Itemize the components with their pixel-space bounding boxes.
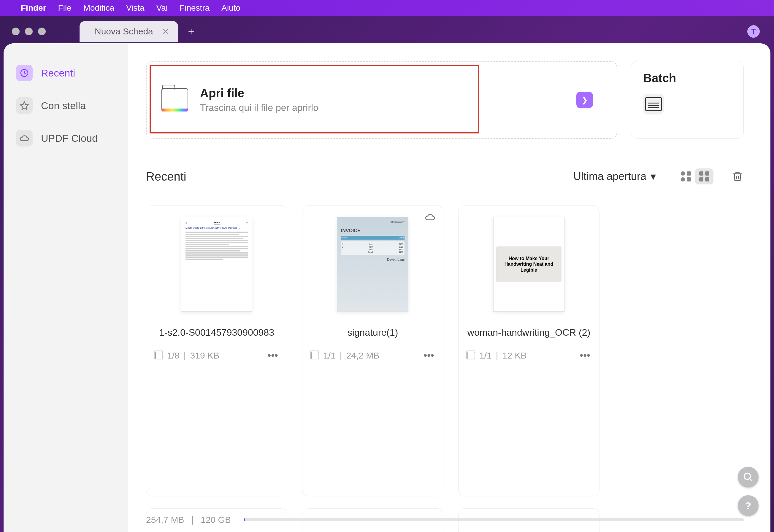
pages-icon: [467, 352, 475, 359]
file-card[interactable]: How to Make Your Handwriting Neat and Le…: [458, 205, 600, 496]
clock-icon: [16, 65, 33, 81]
view-grid-large-button[interactable]: [695, 168, 714, 184]
chevron-right-icon: ❯: [582, 95, 588, 105]
batch-card[interactable]: Batch: [631, 61, 744, 139]
tab-label: Nuova Scheda: [95, 26, 153, 36]
tab-new[interactable]: Nuova Scheda ✕: [79, 21, 178, 42]
sidebar-item-starred[interactable]: Con stella: [14, 94, 118, 117]
window-controls: [12, 28, 46, 35]
new-tab-button[interactable]: ＋: [185, 26, 197, 37]
file-name: 1-s2.0-S001457930900983: [159, 321, 274, 344]
app-window: Nuova Scheda ✕ ＋ T Recenti Con stella: [4, 20, 770, 532]
file-name: woman-handwriting_OCR (2): [467, 321, 590, 344]
file-more-button[interactable]: •••: [423, 350, 434, 361]
svg-point-1: [744, 473, 751, 480]
menu-view[interactable]: Vista: [126, 3, 144, 13]
cloud-icon: [425, 213, 435, 221]
desktop: Nuova Scheda ✕ ＋ T Recenti Con stella: [0, 16, 774, 532]
file-card[interactable]: ▦FEBS✽ Mitochondria in the cellular netw…: [146, 205, 287, 496]
star-icon: [16, 97, 33, 114]
file-size: 24,2 MB: [346, 351, 380, 361]
user-avatar[interactable]: T: [747, 25, 760, 38]
menu-window[interactable]: Finestra: [179, 3, 210, 13]
storage-total: 120 GB: [201, 515, 231, 525]
sidebar-item-label: Con stella: [41, 100, 86, 112]
search-icon: [743, 472, 754, 482]
recent-title: Recenti: [146, 170, 186, 183]
file-card[interactable]: SS Company INVOICE Inv #Date 1Item$100 2…: [302, 205, 443, 496]
thumbnail: ▦FEBS✽ Mitochondria in the cellular netw…: [181, 217, 252, 312]
storage-bar: 254,7 MB | 120 GB: [146, 513, 744, 527]
file-pages: 1/1: [479, 351, 492, 361]
trash-icon: [731, 170, 744, 183]
pages-icon: [311, 352, 319, 359]
menubar-app-name[interactable]: Finder: [21, 3, 46, 13]
file-meta: 1/1 | 12 KB •••: [466, 350, 592, 361]
chevron-down-icon: ▾: [651, 170, 656, 183]
sidebar-item-recent[interactable]: Recenti: [14, 61, 118, 85]
file-more-button[interactable]: •••: [579, 350, 590, 361]
top-row: Apri file Trascina qui il file per aprir…: [146, 61, 744, 139]
pages-icon: [155, 352, 163, 359]
menu-go[interactable]: Vai: [156, 3, 168, 13]
open-file-subtitle: Trascina qui il file per aprirlo: [200, 102, 319, 113]
fullscreen-window-button[interactable]: [38, 28, 46, 35]
open-file-more-button[interactable]: ❯: [576, 92, 593, 108]
sidebar-item-cloud[interactable]: UPDF Cloud: [14, 126, 118, 150]
scanner-icon: [643, 94, 664, 114]
file-grid: ▦FEBS✽ Mitochondria in the cellular netw…: [146, 205, 744, 496]
file-name: signature(1): [348, 321, 398, 344]
file-pages: 1/8: [167, 351, 179, 361]
storage-used: 254,7 MB: [146, 515, 184, 525]
sort-label: Ultima apertura: [573, 170, 646, 183]
view-grid-small-button[interactable]: [677, 168, 695, 184]
close-tab-icon[interactable]: ✕: [162, 27, 169, 36]
thumbnail: How to Make Your Handwriting Neat and Le…: [493, 217, 564, 312]
help-icon: ?: [745, 500, 751, 512]
trash-button[interactable]: [731, 170, 744, 183]
menu-file[interactable]: File: [58, 3, 71, 13]
file-size: 12 KB: [502, 351, 527, 361]
file-more-button[interactable]: •••: [268, 350, 278, 361]
sidebar-item-label: Recenti: [41, 67, 75, 79]
open-file-dropzone[interactable]: Apri file Trascina qui il file per aprir…: [146, 61, 617, 139]
grid-large-icon: [699, 171, 709, 181]
open-file-title: Apri file: [200, 87, 319, 100]
help-fab[interactable]: ?: [738, 495, 759, 516]
storage-progress: [244, 518, 744, 521]
macos-menubar: Finder File Modifica Vista Vai Finestra …: [0, 0, 774, 16]
file-size: 319 KB: [190, 351, 219, 361]
cloud-icon: [16, 130, 33, 146]
search-fab[interactable]: [738, 467, 759, 488]
batch-title: Batch: [643, 71, 732, 85]
thumbnail: SS Company INVOICE Inv #Date 1Item$100 2…: [337, 217, 408, 312]
sidebar: Recenti Con stella UPDF Cloud: [4, 43, 128, 532]
recent-header: Recenti Ultima apertura ▾: [146, 168, 744, 184]
file-meta: 1/1 | 24,2 MB •••: [310, 350, 436, 361]
grid-small-icon: [681, 171, 691, 181]
minimize-window-button[interactable]: [25, 28, 33, 35]
file-meta: 1/8 | 319 KB •••: [153, 350, 280, 361]
menu-help[interactable]: Aiuto: [222, 3, 241, 13]
tab-strip: Nuova Scheda ✕ ＋ T: [4, 20, 770, 43]
folder-icon: [161, 88, 188, 112]
sort-dropdown[interactable]: Ultima apertura ▾: [573, 170, 656, 183]
window-body: Recenti Con stella UPDF Cloud: [4, 43, 770, 532]
menu-edit[interactable]: Modifica: [83, 3, 114, 13]
file-pages: 1/1: [323, 351, 336, 361]
sidebar-item-label: UPDF Cloud: [41, 133, 98, 144]
main-area: Apri file Trascina qui il file per aprir…: [128, 43, 770, 532]
close-window-button[interactable]: [12, 28, 20, 35]
